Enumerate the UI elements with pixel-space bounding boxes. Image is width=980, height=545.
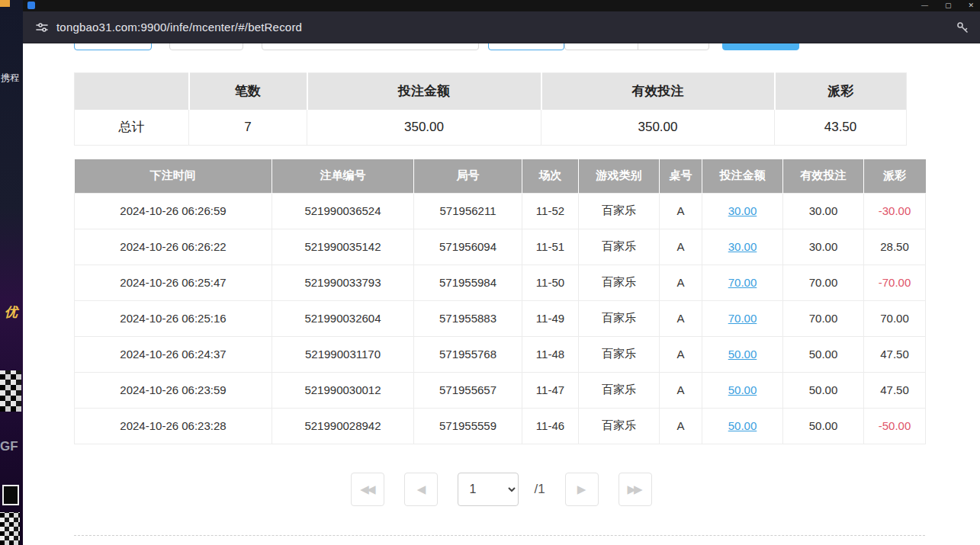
browser-urlbar: tongbao31.com:9900/infe/mcenter/#/betRec…	[23, 11, 980, 43]
filter-tab-button[interactable]	[74, 43, 152, 50]
summary-header-payout: 派彩	[775, 73, 907, 110]
qr-code-fragment-bottom	[0, 512, 20, 545]
cell-bet-amount: 30.00	[702, 193, 783, 229]
column-header-round-id: 局号	[414, 159, 522, 193]
bet-table-header-row: 下注时间注单编号局号场次游戏类别桌号投注金额有效投注派彩	[75, 159, 926, 193]
cell-game-type: 百家乐	[579, 229, 660, 264]
cell-table-id: A	[660, 229, 702, 264]
minimize-button[interactable]: —	[921, 0, 928, 11]
cell-payout: 47.50	[864, 336, 926, 372]
cell-game-type: 百家乐	[579, 300, 660, 336]
total-pages-label: /1	[534, 482, 545, 497]
cell-payout: -30.00	[864, 193, 926, 229]
cell-bet-time: 2024-10-26 06:25:16	[75, 300, 272, 336]
cell-bet-time: 2024-10-26 06:24:37	[75, 336, 272, 372]
cell-round-id: 571955768	[414, 336, 522, 372]
summary-header-bet-amount: 投注金额	[307, 73, 541, 110]
column-header-payout: 派彩	[864, 159, 926, 193]
table-row: 2024-10-26 06:25:47521990033793571955984…	[75, 264, 926, 300]
password-key-icon[interactable]	[956, 21, 969, 34]
desktop-text-gf: GF	[0, 439, 18, 454]
pagination: ◀◀ ◀ 1 /1 ▶ ▶▶	[23, 473, 980, 506]
summary-total-valid-bet: 350.00	[541, 110, 775, 146]
cell-session: 11-48	[522, 336, 579, 372]
close-button[interactable]: ✕	[968, 0, 974, 11]
column-header-game-type: 游戏类别	[579, 159, 660, 193]
tab-favicon-icon	[27, 2, 35, 9]
screen: 携程 优 GF — ▢ ✕ tongbao31.com:9900/infe/mc…	[0, 0, 980, 545]
cell-valid-bet: 70.00	[783, 264, 864, 300]
summary-header-valid-bet: 有效投注	[541, 73, 775, 110]
summary-header-count: 笔数	[189, 73, 307, 110]
bet-record-page: 笔数 投注金额 有效投注 派彩 总计 7 350.00 350.00 43.50…	[23, 43, 980, 545]
cell-session: 11-47	[522, 372, 579, 408]
search-input[interactable]	[262, 43, 479, 50]
query-button[interactable]	[722, 43, 799, 50]
cell-payout: -50.00	[864, 408, 926, 444]
cell-bet-amount: 50.00	[702, 372, 783, 408]
summary-total-row: 总计 7 350.00 350.00 43.50	[75, 110, 907, 146]
desktop-square-outline	[2, 485, 19, 505]
filter-toolbar-cutoff	[23, 43, 980, 50]
cell-session: 11-46	[522, 408, 579, 444]
date-range-input[interactable]	[564, 43, 709, 50]
cell-bet-amount: 50.00	[702, 408, 783, 444]
column-header-table-id: 桌号	[660, 159, 702, 193]
cell-table-id: A	[660, 264, 702, 300]
table-row: 2024-10-26 06:25:16521990032604571955883…	[75, 300, 926, 336]
cell-payout: 47.50	[864, 372, 926, 408]
cell-round-id: 571955559	[414, 408, 522, 444]
next-page-button[interactable]: ▶	[565, 473, 599, 506]
bet-amount-link[interactable]: 70.00	[728, 276, 757, 289]
desktop-edge: 携程 优 GF	[0, 0, 23, 545]
page-select[interactable]: 1	[458, 473, 519, 506]
bet-amount-link[interactable]: 50.00	[728, 419, 757, 432]
cell-payout: -70.00	[864, 264, 926, 300]
cell-round-id: 571955657	[414, 372, 522, 408]
cell-valid-bet: 50.00	[783, 372, 864, 408]
table-row: 2024-10-26 06:23:28521990028942571955559…	[75, 408, 926, 444]
desktop-orange-fragment	[0, 0, 10, 7]
cell-session: 11-49	[522, 300, 579, 336]
last-page-button[interactable]: ▶▶	[619, 473, 652, 506]
cell-order-id: 521990030012	[272, 372, 414, 408]
date-preset-button[interactable]	[488, 43, 564, 50]
summary-header-blank	[75, 73, 189, 110]
cell-bet-time: 2024-10-26 06:26:59	[75, 193, 272, 229]
filter-tab-button-2[interactable]	[169, 43, 243, 50]
cell-bet-amount: 70.00	[702, 300, 783, 336]
cell-valid-bet: 70.00	[783, 300, 864, 336]
column-header-bet-amount: 投注金额	[702, 159, 783, 193]
table-row: 2024-10-26 06:26:59521990036524571956211…	[75, 193, 926, 229]
cell-game-type: 百家乐	[579, 372, 660, 408]
cell-game-type: 百家乐	[579, 193, 660, 229]
url-text[interactable]: tongbao31.com:9900/infe/mcenter/#/betRec…	[56, 21, 302, 34]
desktop-text-you: 优	[5, 303, 18, 321]
qr-code-fragment	[0, 370, 21, 412]
cell-bet-amount: 50.00	[702, 336, 783, 372]
cell-bet-time: 2024-10-26 06:23:59	[75, 372, 272, 408]
cell-order-id: 521990028942	[272, 408, 414, 444]
first-page-button[interactable]: ◀◀	[351, 473, 384, 506]
cell-valid-bet: 50.00	[783, 336, 864, 372]
cell-bet-time: 2024-10-26 06:23:28	[75, 408, 272, 444]
cell-table-id: A	[660, 193, 702, 229]
bet-amount-link[interactable]: 70.00	[728, 312, 757, 325]
cell-order-id: 521990035142	[272, 229, 414, 264]
bet-amount-link[interactable]: 50.00	[728, 348, 757, 361]
summary-total-label: 总计	[75, 110, 189, 146]
cell-order-id: 521990032604	[272, 300, 414, 336]
cell-game-type: 百家乐	[579, 336, 660, 372]
bet-amount-link[interactable]: 30.00	[728, 240, 757, 253]
site-settings-icon[interactable]	[35, 21, 49, 34]
table-row: 2024-10-26 06:26:22521990035142571956094…	[75, 229, 926, 264]
bet-amount-link[interactable]: 50.00	[728, 383, 757, 396]
prev-page-button[interactable]: ◀	[404, 473, 438, 506]
cell-order-id: 521990031170	[272, 336, 414, 372]
cell-session: 11-51	[522, 229, 579, 264]
bet-amount-link[interactable]: 30.00	[728, 204, 757, 217]
maximize-button[interactable]: ▢	[945, 0, 952, 11]
cell-valid-bet: 30.00	[783, 193, 864, 229]
dashed-separator	[74, 535, 925, 536]
column-header-order-id: 注单编号	[272, 159, 414, 193]
